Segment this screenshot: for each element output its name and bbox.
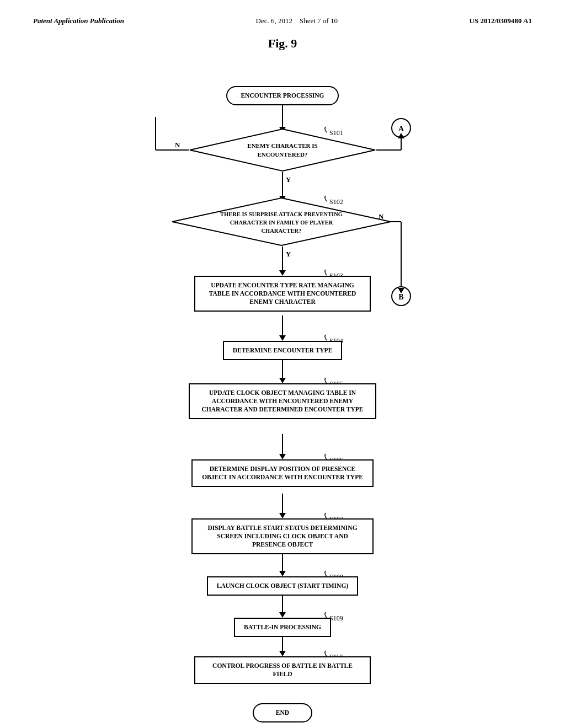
svg-text:Y: Y [286,250,291,258]
svg-text:CHARACTER IN FAMILY OF PLAYER: CHARACTER IN FAMILY OF PLAYER [230,220,333,226]
node-update-clock-object: UPDATE CLOCK OBJECT MANAGING TABLE IN AC… [189,383,376,419]
svg-marker-35 [398,288,404,293]
node-control-progress-battle: CONTROL PROGRESS OF BATTLE IN BATTLE FIE… [194,656,371,684]
header-publication: Patent Application Publication [33,17,124,25]
node-diamond-enemy-encountered: ENEMY CHARACTER IS ENCOUNTERED? [189,128,376,172]
header-date-sheet: Dec. 6, 2012 Sheet 7 of 10 [256,17,338,25]
svg-marker-9 [279,378,286,383]
node-display-battle-start-status: DISPLAY BATTLE START STATUS DETERMINING … [191,518,374,554]
flowchart: N A N B Y Y S101 S10 [89,67,476,674]
svg-text:ENCOUNTERED?: ENCOUNTERED? [257,151,307,158]
svg-point-32 [392,287,411,306]
svg-marker-11 [279,454,286,459]
node-determine-encounter-type: DETERMINE ENCOUNTER TYPE [200,341,365,360]
figure-title: Fig. 9 [33,36,532,51]
encounter-processing-label: ENCOUNTER PROCESSING [226,86,338,105]
node-determine-display-position: DETERMINE DISPLAY POSITION OF PRESENCE O… [191,459,374,487]
svg-text:THERE IS SURPRISE ATTACK PREVE: THERE IS SURPRISE ATTACK PREVENTING [220,211,343,217]
header: Patent Application Publication Dec. 6, 2… [33,17,532,25]
node-battle-in-processing: BATTLE-IN PROCESSING [191,618,374,637]
node-diamond-surprise-attack: THERE IS SURPRISE ATTACK PREVENTING CHAR… [171,197,392,247]
svg-marker-48 [190,129,375,171]
svg-text:N: N [175,141,180,149]
svg-text:B: B [398,293,403,301]
header-patent-number: US 2012/0309480 A1 [470,17,532,25]
node-launch-clock-object: LAUNCH CLOCK OBJECT (START TIMING) [194,576,371,596]
page: Patent Application Publication Dec. 6, 2… [0,0,565,728]
svg-marker-5 [279,270,286,276]
svg-text:CHARACTER?: CHARACTER? [262,228,302,234]
svg-marker-15 [279,571,286,576]
svg-marker-17 [279,612,286,618]
svg-marker-29 [398,133,404,138]
svg-marker-7 [279,335,286,341]
node-end: END [236,703,329,722]
svg-point-25 [392,119,411,137]
svg-marker-19 [279,651,286,656]
svg-text:Y: Y [286,175,291,184]
node-update-encounter-type-rate: UPDATE ENCOUNTER TYPE RATE MANAGING TABL… [194,276,371,312]
svg-text:ENEMY CHARACTER IS: ENEMY CHARACTER IS [247,142,317,149]
svg-text:A: A [398,125,404,133]
svg-marker-13 [279,513,286,518]
node-encounter-processing: ENCOUNTER PROCESSING [197,86,368,105]
